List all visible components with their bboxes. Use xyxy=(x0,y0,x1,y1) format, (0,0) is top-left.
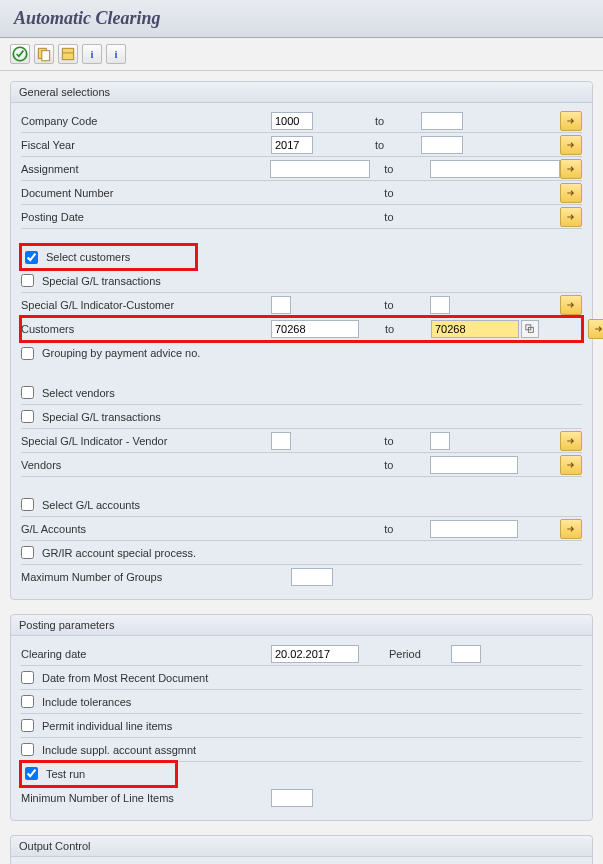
sgl-trans-cust-checkbox[interactable] xyxy=(21,274,34,287)
include-tolerances-checkbox[interactable] xyxy=(21,695,34,708)
select-gl-checkbox[interactable] xyxy=(21,498,34,511)
max-groups-label: Maximum Number of Groups xyxy=(21,571,162,583)
company-code-from[interactable] xyxy=(271,112,313,130)
page-header: Automatic Clearing xyxy=(0,0,603,38)
sgl-ind-vend-from[interactable] xyxy=(271,432,291,450)
vendors-to[interactable] xyxy=(430,456,518,474)
to-label: to xyxy=(370,523,430,535)
gl-accounts-to[interactable] xyxy=(430,520,518,538)
customers-to[interactable] xyxy=(431,320,519,338)
company-code-label: Company Code xyxy=(21,115,97,127)
multiple-selection-button[interactable] xyxy=(588,319,603,339)
period-label: Period xyxy=(389,648,421,660)
group-title: Posting parameters xyxy=(11,615,592,636)
date-most-recent-label: Date from Most Recent Document xyxy=(42,672,208,684)
select-vendors-label: Select vendors xyxy=(42,387,115,399)
page-title: Automatic Clearing xyxy=(14,8,589,29)
test-run-checkbox[interactable] xyxy=(25,767,38,780)
customers-from[interactable] xyxy=(271,320,359,338)
toolbar: i i xyxy=(0,38,603,71)
fiscal-year-from[interactable] xyxy=(271,136,313,154)
permit-individual-checkbox[interactable] xyxy=(21,719,34,732)
include-suppl-checkbox[interactable] xyxy=(21,743,34,756)
sgl-trans-vend-label: Special G/L transactions xyxy=(42,411,161,423)
to-label: to xyxy=(371,323,431,335)
to-label: to xyxy=(361,115,421,127)
include-suppl-label: Include suppl. account assgmnt xyxy=(42,744,196,756)
search-help-icon[interactable] xyxy=(521,320,539,338)
assignment-to[interactable] xyxy=(430,160,560,178)
to-label: to xyxy=(370,211,430,223)
execute-icon[interactable] xyxy=(10,44,30,64)
to-label: to xyxy=(370,435,430,447)
test-run-label: Test run xyxy=(46,768,85,780)
get-variant-icon[interactable] xyxy=(34,44,54,64)
grouping-checkbox[interactable] xyxy=(21,347,34,360)
gl-accounts-label: G/L Accounts xyxy=(21,523,86,535)
grir-label: GR/IR account special process. xyxy=(42,547,196,559)
multiple-selection-button[interactable] xyxy=(560,135,582,155)
include-tolerances-label: Include tolerances xyxy=(42,696,131,708)
svg-rect-2 xyxy=(42,51,50,61)
to-label: to xyxy=(370,459,430,471)
multiple-selection-button[interactable] xyxy=(560,455,582,475)
multiple-selection-button[interactable] xyxy=(560,295,582,315)
assignment-label: Assignment xyxy=(21,163,78,175)
clearing-date-input[interactable] xyxy=(271,645,359,663)
group-title: General selections xyxy=(11,82,592,103)
multiple-selection-button[interactable] xyxy=(560,431,582,451)
info-icon[interactable]: i xyxy=(106,44,126,64)
vendors-label: Vendors xyxy=(21,459,61,471)
sgl-ind-cust-label: Special G/L Indicator-Customer xyxy=(21,299,174,311)
svg-rect-3 xyxy=(62,48,73,59)
multiple-selection-button[interactable] xyxy=(560,183,582,203)
multiple-selection-button[interactable] xyxy=(560,207,582,227)
sgl-ind-vend-to[interactable] xyxy=(430,432,450,450)
general-selections-group: General selections Company Code to Fisca… xyxy=(10,81,593,600)
sgl-ind-cust-to[interactable] xyxy=(430,296,450,314)
min-line-items-label: Minimum Number of Line Items xyxy=(21,792,174,804)
assignment-from[interactable] xyxy=(270,160,370,178)
sgl-trans-cust-label: Special G/L transactions xyxy=(42,275,161,287)
sgl-ind-cust-from[interactable] xyxy=(271,296,291,314)
multiple-selection-button[interactable] xyxy=(560,159,582,179)
group-title: Output Control xyxy=(11,836,592,857)
to-label: to xyxy=(370,163,430,175)
save-variant-icon[interactable] xyxy=(58,44,78,64)
fiscal-year-to[interactable] xyxy=(421,136,463,154)
posting-date-label: Posting Date xyxy=(21,211,84,223)
grir-checkbox[interactable] xyxy=(21,546,34,559)
info-icon[interactable]: i xyxy=(82,44,102,64)
grouping-label: Grouping by payment advice no. xyxy=(42,347,200,359)
multiple-selection-button[interactable] xyxy=(560,111,582,131)
max-groups-input[interactable] xyxy=(291,568,333,586)
to-label: to xyxy=(370,187,430,199)
sgl-ind-vend-label: Special G/L Indicator - Vendor xyxy=(21,435,167,447)
to-label: to xyxy=(361,139,421,151)
output-control-group: Output Control Documents that can be cle… xyxy=(10,835,593,864)
select-customers-checkbox[interactable] xyxy=(25,251,38,264)
fiscal-year-label: Fiscal Year xyxy=(21,139,75,151)
multiple-selection-button[interactable] xyxy=(560,519,582,539)
company-code-to[interactable] xyxy=(421,112,463,130)
sgl-trans-vend-checkbox[interactable] xyxy=(21,410,34,423)
customers-label: Customers xyxy=(21,323,74,335)
period-input[interactable] xyxy=(451,645,481,663)
permit-individual-label: Permit individual line items xyxy=(42,720,172,732)
select-vendors-checkbox[interactable] xyxy=(21,386,34,399)
clearing-date-label: Clearing date xyxy=(21,648,86,660)
to-label: to xyxy=(370,299,430,311)
select-customers-label: Select customers xyxy=(46,251,130,263)
select-gl-label: Select G/L accounts xyxy=(42,499,140,511)
document-number-label: Document Number xyxy=(21,187,113,199)
min-line-items-input[interactable] xyxy=(271,789,313,807)
posting-parameters-group: Posting parameters Clearing date Period … xyxy=(10,614,593,821)
date-most-recent-checkbox[interactable] xyxy=(21,671,34,684)
